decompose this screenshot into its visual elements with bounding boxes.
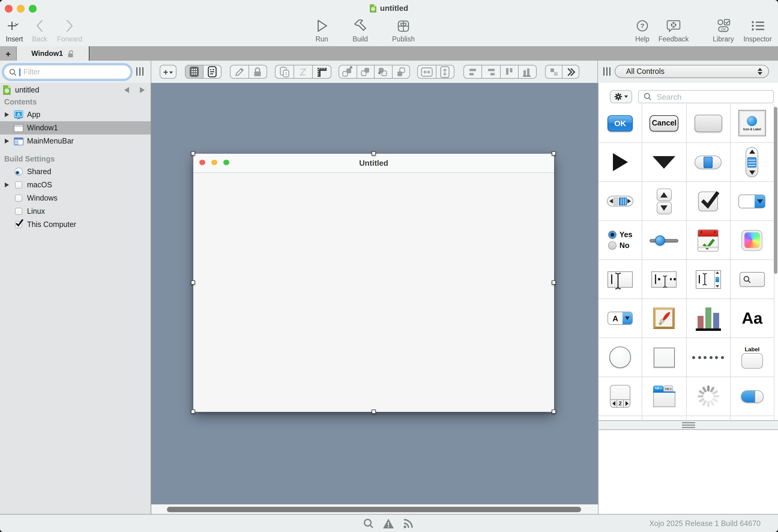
project-row[interactable]: untitled (0, 84, 151, 96)
inspector-button[interactable]: Inspector (742, 18, 773, 43)
sidebar-item-mainmenubar[interactable]: MainMenuBar (0, 135, 151, 148)
send-to-back-button[interactable] (392, 65, 409, 78)
bring-to-front-button[interactable] (339, 65, 356, 78)
insert-button[interactable]: Insert (2, 18, 26, 43)
library-item-horizontal-scrollbar[interactable] (687, 143, 730, 182)
library-item-switch[interactable] (730, 377, 775, 416)
measure-button[interactable] (312, 65, 331, 78)
align-bottom-button[interactable] (518, 65, 536, 78)
sidebar-item-window1[interactable]: Window1 (0, 121, 151, 135)
build-button[interactable]: Build (347, 18, 373, 43)
library-item-small-scrollbar[interactable] (599, 182, 643, 221)
library-item-password-field[interactable] (643, 260, 687, 299)
reorder-button[interactable] (294, 65, 312, 78)
library-item-label[interactable]: Aa (730, 299, 775, 338)
library-item-group-box[interactable]: Label (730, 338, 775, 377)
resize-handle-s[interactable] (372, 409, 376, 414)
library-item-tab-panel[interactable]: Tab 1Tab 2 (643, 377, 687, 416)
publish-button[interactable]: Publish (387, 18, 420, 43)
library-search-input[interactable] (655, 92, 760, 102)
lock-button[interactable] (248, 65, 266, 78)
canvas-horizontal-scrollbar-thumb[interactable] (167, 507, 581, 512)
library-search-field[interactable] (638, 90, 774, 103)
resize-handle-nw[interactable] (191, 151, 195, 156)
library-button[interactable]: OK Library (710, 18, 737, 43)
feedback-button[interactable]: Feedback (657, 18, 690, 43)
bring-forward-button[interactable] (356, 65, 374, 78)
height-equal-button[interactable] (436, 65, 454, 78)
disclosure-triangle-icon[interactable] (5, 139, 9, 144)
linux-checkbox[interactable] (15, 208, 22, 215)
duplicate-button[interactable]: 1 (276, 65, 294, 78)
status-search-icon[interactable] (363, 518, 374, 529)
library-item-checkbox[interactable] (687, 182, 730, 221)
library-item-slider[interactable] (643, 221, 687, 260)
sidebar-item-this-computer[interactable]: This Computer (0, 218, 151, 231)
sidebar-item-linux[interactable]: Linux (0, 205, 151, 218)
library-item-bevel-button[interactable] (687, 104, 730, 143)
library-item-popup-menu[interactable]: A (599, 299, 643, 338)
library-width-handle[interactable] (603, 67, 611, 76)
status-warnings-icon[interactable] (382, 518, 394, 529)
library-item-text-field[interactable] (599, 260, 643, 299)
help-button[interactable]: ? Help (630, 18, 654, 43)
sidebar-item-app[interactable]: A App (0, 108, 151, 121)
resize-handle-n[interactable] (372, 151, 376, 156)
library-item-vertical-scrollbar[interactable] (730, 143, 775, 182)
navigator-filter-field[interactable] (4, 65, 131, 79)
library-item-search-field[interactable] (730, 260, 775, 299)
status-feed-icon[interactable] (403, 518, 414, 529)
disclosure-triangle-icon[interactable] (5, 182, 9, 187)
library-item-page-panel[interactable]: 2 (599, 377, 643, 416)
resize-handle-w[interactable] (191, 281, 195, 285)
width-equal-button[interactable] (418, 65, 436, 78)
resize-handle-e[interactable] (552, 281, 556, 285)
library-item-popup-arrow[interactable] (643, 143, 687, 182)
library-item-canvas[interactable] (643, 299, 687, 338)
align-top-button[interactable] (500, 65, 518, 78)
library-item-oval[interactable] (599, 338, 643, 377)
library-item-separator[interactable] (687, 338, 730, 377)
tab-window1[interactable]: Window1 (17, 46, 89, 61)
library-item-rectangle[interactable] (643, 338, 687, 377)
toolbar-overflow-button[interactable] (562, 65, 579, 78)
layout-view-button[interactable] (185, 65, 203, 78)
library-item-combobox[interactable] (730, 182, 775, 221)
disclosure-triangle-icon[interactable] (5, 112, 9, 117)
new-tab-button[interactable]: + (0, 46, 17, 61)
resize-handle-ne[interactable] (552, 151, 556, 156)
run-button[interactable]: Run (310, 18, 334, 43)
library-item-cancel-button[interactable]: Cancel (643, 104, 687, 143)
navigator-width-handle[interactable] (136, 67, 144, 76)
library-item-activity-spinner[interactable] (687, 377, 730, 416)
library-item-updown-arrows[interactable] (643, 182, 687, 221)
back-button[interactable]: Back (31, 18, 48, 43)
library-item-disclosure-triangle[interactable] (599, 143, 643, 182)
filter-input[interactable] (22, 67, 115, 77)
resize-handle-sw[interactable] (191, 409, 195, 414)
edit-pencil-button[interactable] (231, 65, 248, 78)
library-options-button[interactable] (610, 90, 632, 103)
navigate-back-icon[interactable] (124, 87, 129, 93)
sidebar-item-macos[interactable]: macOS (0, 178, 151, 192)
sidebar-item-windows[interactable]: Windows (0, 192, 151, 205)
sidebar-item-shared[interactable]: Shared (0, 165, 151, 178)
code-view-button[interactable] (203, 65, 221, 78)
library-item-date-picker[interactable] (687, 221, 730, 260)
library-scrollbar-thumb[interactable] (774, 107, 777, 274)
library-category-dropdown[interactable]: All Controls (615, 65, 769, 78)
library-splitter[interactable] (599, 420, 778, 430)
library-item-color-picker[interactable] (730, 221, 775, 260)
designed-window[interactable]: Untitled (193, 154, 554, 412)
add-control-button[interactable]: + (160, 65, 176, 79)
navigate-forward-icon[interactable] (140, 87, 145, 93)
macos-checkbox[interactable] (15, 181, 22, 188)
align-left-button[interactable] (464, 65, 482, 78)
library-item-radio-group[interactable]: Yes No (599, 221, 643, 260)
align-right-button[interactable] (482, 65, 500, 78)
library-item-push-button[interactable]: OK (599, 104, 643, 143)
library-item-chart[interactable] (687, 299, 730, 338)
forward-button[interactable]: Forward (57, 18, 83, 43)
library-item-text-area[interactable] (687, 260, 730, 299)
library-item-icon-label-button[interactable]: Icon & Label (730, 104, 775, 143)
